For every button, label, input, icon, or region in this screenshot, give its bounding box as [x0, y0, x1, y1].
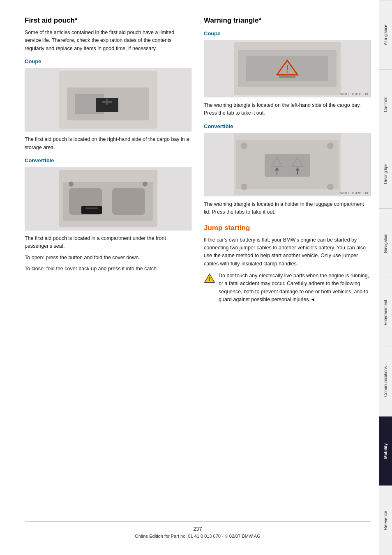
tab-driving-tips[interactable]: Driving tips — [379, 139, 392, 208]
left-coupe-svg — [25, 68, 191, 131]
right-convertible-svg — [204, 133, 370, 196]
jump-starting-text: If the car's own battery is flat, your B… — [204, 236, 371, 268]
tab-entertainment[interactable]: Entertainment — [379, 278, 392, 347]
right-convertible-img-caption: WBC_J182B_UK — [340, 191, 369, 195]
left-coupe-label: Coupe — [25, 58, 191, 64]
page-wrapper: First aid pouch* Some of the articles co… — [0, 0, 392, 555]
right-convertible-image: WBC_J182B_UK — [204, 133, 371, 196]
right-coupe-label: Coupe — [204, 30, 371, 37]
left-convertible-caption: The first aid pouch is located in a comp… — [25, 235, 191, 251]
right-column: Warning triangle* Coupe — [204, 16, 371, 509]
svg-text:!: ! — [209, 276, 210, 282]
left-coupe-image — [25, 68, 191, 131]
warning-text: Do not touch any electrically live parts… — [219, 272, 371, 304]
svg-rect-27 — [265, 154, 310, 177]
left-column: First aid pouch* Some of the articles co… — [25, 16, 191, 509]
tab-at-a-glance[interactable]: At a glance — [379, 0, 392, 69]
page-footer: 237 Online Edition for Part no. 01 41 0 … — [25, 521, 371, 539]
warning-box: ! Do not touch any electrically live par… — [204, 272, 371, 304]
tab-communications[interactable]: Communications — [379, 347, 392, 416]
two-column-layout: First aid pouch* Some of the articles co… — [25, 16, 371, 509]
svg-point-19 — [287, 71, 288, 73]
svg-rect-20 — [279, 76, 295, 78]
left-convertible-svg — [25, 167, 191, 230]
left-close-text: To close: fold the cover back up and pre… — [25, 265, 191, 273]
svg-rect-10 — [81, 206, 102, 214]
right-coupe-caption: The warning triangle is located on the l… — [204, 101, 371, 117]
right-coupe-img-caption: WBC_J181B_UK — [340, 92, 369, 96]
page-number: 237 — [25, 526, 371, 532]
svg-point-23 — [241, 143, 247, 149]
warning-triangle-icon: ! — [204, 273, 215, 284]
right-convertible-label: Convertible — [204, 123, 371, 129]
svg-point-25 — [241, 184, 247, 190]
jump-starting-title: Jump starting — [204, 224, 371, 232]
left-open-text: To open: press the button and fold the c… — [25, 254, 191, 262]
left-convertible-image — [25, 167, 191, 230]
right-section-title: Warning triangle* — [204, 16, 371, 25]
right-tabs: At a glance Controls Driving tips Naviga… — [379, 0, 392, 555]
left-section-title: First aid pouch* — [25, 16, 191, 25]
main-content: First aid pouch* Some of the articles co… — [0, 0, 379, 555]
svg-point-26 — [327, 184, 334, 190]
svg-rect-9 — [112, 188, 145, 215]
svg-point-24 — [327, 143, 334, 149]
left-convertible-label: Convertible — [25, 157, 191, 164]
tab-mobility[interactable]: Mobility — [379, 416, 392, 486]
svg-rect-5 — [106, 99, 108, 105]
left-intro-text: Some of the articles contained in the fi… — [25, 29, 191, 53]
right-coupe-svg — [204, 40, 370, 97]
right-coupe-image: WBC_J181B_UK — [204, 40, 371, 97]
tab-reference[interactable]: Reference — [379, 486, 392, 555]
left-coupe-caption: The first aid pouch is located on the ri… — [25, 136, 191, 152]
svg-rect-11 — [85, 207, 98, 209]
svg-point-13 — [143, 182, 148, 187]
tab-controls[interactable]: Controls — [379, 69, 392, 139]
svg-point-12 — [69, 182, 74, 187]
right-convertible-caption: The warning triangle is located in a hol… — [204, 200, 371, 216]
tab-navigation[interactable]: Navigation — [379, 208, 392, 278]
footer-text: Online Edition for Part no. 01 41 0 013 … — [135, 534, 260, 539]
